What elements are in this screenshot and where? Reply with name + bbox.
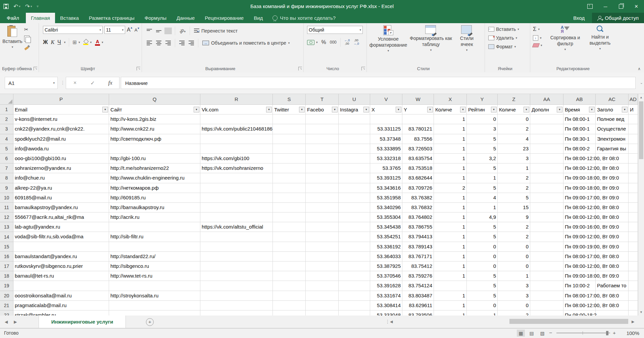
cell-T5[interactable] (306, 144, 339, 154)
cell-S3[interactable] (273, 124, 306, 134)
cell-Q9[interactable]: http://неткомаров.рф (109, 183, 200, 193)
share-button[interactable]: Общий доступ (592, 13, 644, 23)
cell-V4[interactable]: 53.37348 (370, 134, 402, 144)
cell-AD13[interactable] (629, 222, 638, 232)
zoom-in-icon[interactable]: + (613, 330, 616, 336)
find-select-button[interactable]: Найти и выделить ▾ (585, 25, 615, 51)
cell-Y6[interactable]: 3,2 (467, 154, 498, 163)
cell-X8[interactable]: 1 (434, 173, 467, 183)
cell-W15[interactable]: 83.789143 (402, 242, 434, 252)
cell-S9[interactable] (273, 183, 306, 193)
cell-X22[interactable]: 1 (434, 310, 467, 316)
cell-W9[interactable]: 83.709726 (402, 183, 434, 193)
cell-Y10[interactable]: 4 (467, 193, 498, 203)
filter-icon-X[interactable]: ▼ (460, 107, 466, 112)
cell-AA8[interactable] (530, 173, 563, 183)
cell-T14[interactable] (306, 232, 339, 242)
cell-Z15[interactable]: 0 (498, 242, 530, 252)
cell-P13[interactable]: lab-agtu@yandex.ru (13, 222, 109, 232)
header-cell-U[interactable]: Instagra▼ (339, 105, 370, 114)
filter-icon-Z[interactable]: ▼ (524, 107, 529, 112)
cell-Z16[interactable]: 0 (498, 252, 530, 261)
cell-R21[interactable] (200, 301, 273, 310)
clipboard-dialog-launcher-icon[interactable]: ↘ (34, 67, 37, 70)
cell-U12[interactable] (339, 212, 370, 222)
cell-W11[interactable]: 83.76832 (402, 203, 434, 212)
increase-indent-icon[interactable]: → (189, 41, 194, 45)
header-cell-AD[interactable]: И (629, 105, 638, 114)
cell-AB20[interactable]: Пн 08:00-17:00, Вт 08:0 (563, 291, 596, 301)
filter-icon-S[interactable]: ▼ (299, 107, 305, 112)
cell-Y2[interactable]: 0 (467, 114, 498, 124)
cell-AB16[interactable]: Пн 08:00-17:00, Вт 08:0 (563, 252, 596, 261)
cell-AB6[interactable]: Пн 08:00-12:00, Вт 08:0 (563, 154, 596, 163)
column-header-T[interactable]: T (306, 94, 339, 104)
cell-R10[interactable] (200, 193, 273, 203)
cell-Z7[interactable]: 1 (498, 163, 530, 173)
column-header-W[interactable]: W (402, 94, 434, 104)
cell-S2[interactable] (273, 114, 306, 124)
cell-AA13[interactable] (530, 222, 563, 232)
cell-S5[interactable] (273, 144, 306, 154)
cell-V12[interactable]: 53.355304 (370, 212, 402, 222)
cell-Q12[interactable]: http://acrik.ru (109, 212, 200, 222)
cell-R16[interactable] (200, 252, 273, 261)
cell-W7[interactable]: 83.753518 (402, 163, 434, 173)
row-number-4[interactable]: 4 (0, 134, 13, 144)
cell-Q2[interactable]: http://v-kons.2gis.biz (109, 114, 200, 124)
cell-AD5[interactable] (629, 144, 638, 154)
conditional-formatting-button[interactable]: ≠ Условное форматирование ▾ (369, 25, 408, 53)
cell-Q15[interactable] (109, 242, 200, 252)
cell-AD3[interactable] (629, 124, 638, 134)
currency-format-button[interactable]: ▾ (307, 40, 318, 45)
cell-Z5[interactable]: 23 (498, 144, 530, 154)
cell-W4[interactable]: 83.7556 (402, 134, 434, 144)
header-cell-S[interactable]: Twitter▼ (273, 105, 306, 114)
cell-P10[interactable]: 609185@mail.ru (13, 193, 109, 203)
cell-V18[interactable]: 53.370546 (370, 271, 402, 281)
normal-view-icon[interactable]: ▦ (517, 330, 525, 337)
align-top-icon[interactable] (147, 29, 152, 33)
borders-button[interactable]: ⊞▾ (72, 39, 80, 45)
cell-Y12[interactable]: 4,9 (467, 212, 498, 222)
cell-T4[interactable] (306, 134, 339, 144)
cell-S19[interactable] (273, 281, 306, 291)
header-cell-T[interactable]: Facebo▼ (306, 105, 339, 114)
cell-V11[interactable]: 53.340296 (370, 203, 402, 212)
cell-AA11[interactable] (530, 203, 563, 212)
row-number-15[interactable]: 15 (0, 242, 13, 252)
restore-icon[interactable] (613, 0, 629, 13)
vertical-scroll-thumb[interactable] (639, 101, 643, 159)
cell-R14[interactable] (200, 232, 273, 242)
cell-V15[interactable]: 53.336192 (370, 242, 402, 252)
cell-V9[interactable]: 53.343616 (370, 183, 402, 193)
cell-AA18[interactable] (530, 271, 563, 281)
cell-U14[interactable] (339, 232, 370, 242)
column-header-S[interactable]: S (273, 94, 306, 104)
scroll-left-icon[interactable]: ◀ (390, 320, 393, 324)
cell-U16[interactable] (339, 252, 370, 261)
bold-button[interactable]: Ж (43, 39, 48, 45)
cell-W18[interactable]: 83.759276 (402, 271, 434, 281)
cell-AD11[interactable] (629, 203, 638, 212)
cell-R2[interactable] (200, 114, 273, 124)
cell-V10[interactable]: 53.351958 (370, 193, 402, 203)
cell-Y11[interactable]: 1 (467, 203, 498, 212)
cell-Z6[interactable]: 3 (498, 154, 530, 163)
column-header-Z[interactable]: Z (498, 94, 530, 104)
cell-T2[interactable] (306, 114, 339, 124)
cell-AA9[interactable] (530, 183, 563, 193)
cell-X9[interactable]: 2 (434, 183, 467, 193)
clear-button[interactable]: ▾ (533, 43, 542, 47)
cell-AD20[interactable] (629, 291, 638, 301)
cell-Z21[interactable]: 0 (498, 301, 530, 310)
cell-S12[interactable] (273, 212, 306, 222)
row-number-16[interactable]: 16 (0, 252, 13, 261)
cell-U17[interactable] (339, 261, 370, 271)
cell-S16[interactable] (273, 252, 306, 261)
cell-V13[interactable]: 53.345438 (370, 222, 402, 232)
row-number-19[interactable]: 19 (0, 281, 13, 291)
cell-R11[interactable] (200, 203, 273, 212)
cell-Q19[interactable] (109, 281, 200, 291)
cell-Q22[interactable] (109, 310, 200, 316)
